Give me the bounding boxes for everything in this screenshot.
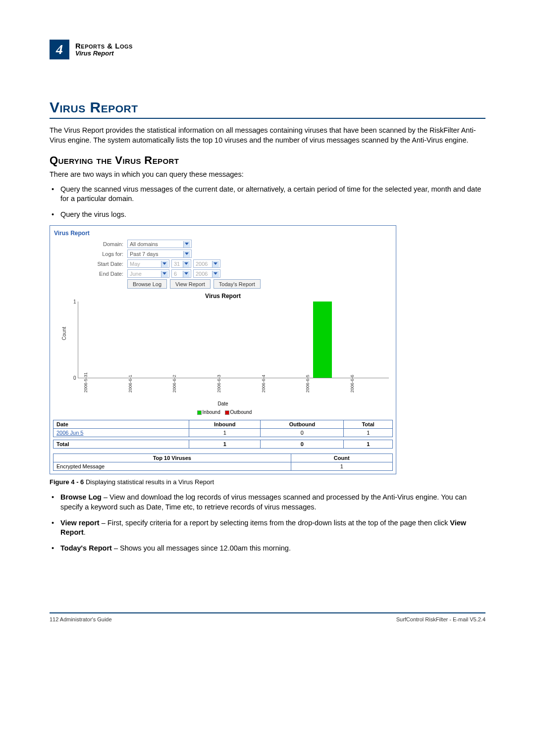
view-report-desc-1: – First, specify criteria for a report b… [100,519,450,527]
bar-inbound [313,302,332,378]
top-viruses-table: Top 10 Viruses Count Encrypted Message 1 [53,454,393,471]
todays-report-button[interactable]: Today's Report [214,279,261,289]
logs-label: Logs for: [53,251,127,257]
legend-inbound: Inbound [203,409,220,415]
bar-col [129,302,160,378]
query-ways-list: Query the scanned virus messages of the … [50,185,485,220]
bar-col [174,302,205,378]
virus-report-panel: Virus Report Domain: All domains Logs fo… [50,225,396,474]
start-year-select[interactable]: 2006 [193,259,220,268]
list-item: Query the virus logs. [60,210,485,220]
browse-log-desc: – View and download the log records of v… [60,493,467,511]
bar-col [218,302,249,378]
x-tick: 2006-6-5 [305,388,327,393]
chevron-down-icon [184,262,188,265]
list-item: Query the scanned virus messages of the … [60,185,485,204]
end-date-label: End Date: [53,271,127,277]
x-tick-labels: 2006-5-31 2006-6-1 2006-6-2 2006-6-3 200… [53,378,393,401]
foot-out: 0 [261,440,344,449]
todays-report-term: Today's Report [60,544,112,552]
footer-left: 112 Administrator's Guide [50,616,112,622]
foot-total: 1 [344,440,393,449]
bar-col [307,302,338,378]
chart-plot: 1 0 [78,302,389,378]
x-tick: 2006-6-6 [350,388,372,393]
col-count: Count [291,454,393,462]
chevron-down-icon [185,252,189,255]
start-day-select[interactable]: 31 [171,259,191,268]
sub-intro: There are two ways in which you can quer… [50,170,485,180]
domain-value: All domains [130,241,158,247]
table-row: Total 1 0 1 [54,440,393,449]
legend-outbound: Outbound [230,409,252,415]
cell-out: 0 [261,429,344,437]
foot-in: 1 [189,440,261,449]
intro-paragraph: The Virus Report provides the statistica… [50,126,485,145]
col-date: Date [54,420,189,429]
bar-col [351,302,382,378]
bar-col [85,302,116,378]
panel-title: Virus Report [53,229,393,240]
logs-row: Logs for: Past 7 days [53,250,393,258]
chart-area: Count 1 0 [53,302,393,378]
chevron-down-icon [162,272,166,275]
list-item: Browse Log – View and download the log r… [60,493,485,512]
cell-date: 2006 Jun 5 [54,429,189,437]
start-month-select[interactable]: May [127,259,169,268]
chart-title: Virus Report [53,293,393,300]
chevron-down-icon [184,272,188,275]
end-month-value: June [130,271,142,277]
x-tick: 2006-6-1 [128,388,150,393]
domain-select[interactable]: All domains [127,240,192,248]
y-axis-label: Count [61,327,67,340]
col-outbound: Outbound [261,420,344,429]
foot-label: Total [54,440,189,449]
legend-swatch-inbound [197,410,202,415]
date-link[interactable]: 2006 Jun 5 [56,430,83,436]
x-tick: 2006-6-3 [216,388,238,393]
cell-virus-count: 1 [291,462,393,471]
figure-caption-num: Figure 4 - 6 [50,478,84,486]
chart-legend: Inbound Outbound [53,409,393,415]
legend-swatch-outbound [225,410,229,415]
subsection-title: Querying the Virus Report [50,154,485,167]
table-row: Top 10 Viruses Count [54,454,393,462]
actions-list: Browse Log – View and download the log r… [50,493,485,553]
chapter-number-badge: 4 [50,40,69,59]
chapter-titles: Reports & Logs Virus Report [75,42,133,57]
view-report-desc-2: . [84,528,86,536]
y-tick-1: 1 [73,299,76,304]
col-total: Total [344,420,393,429]
bar-col [263,302,294,378]
footer-rule [50,612,485,613]
y-tick-0: 0 [73,375,76,381]
cell-virus-name: Encrypted Message [54,462,291,471]
view-report-term: View report [60,519,100,527]
chart-bars [78,302,389,378]
start-month-value: May [130,261,140,267]
end-day-select[interactable]: 6 [171,269,191,278]
domain-row: Domain: All domains [53,240,393,248]
start-year-value: 2006 [196,261,208,267]
table-row: Date Inbound Outbound Total [54,420,393,429]
end-day-value: 6 [174,271,177,277]
browse-log-button[interactable]: Browse Log [127,279,167,289]
x-tick: 2006-6-2 [172,388,194,393]
chevron-down-icon [162,262,166,265]
view-report-button[interactable]: View Report [170,279,211,289]
col-inbound: Inbound [189,420,261,429]
table-row: 2006 Jun 5 1 0 1 [54,429,393,437]
footer: 112 Administrator's Guide SurfControl Ri… [50,616,485,622]
x-tick: 2006-6-4 [261,388,283,393]
cell-in: 1 [189,429,261,437]
domain-label: Domain: [53,241,127,247]
end-year-select[interactable]: 2006 [193,269,220,278]
chevron-down-icon [214,272,217,275]
logs-for-select[interactable]: Past 7 days [127,250,192,258]
end-date-row: End Date: June 6 2006 [53,269,393,278]
end-month-select[interactable]: June [127,269,169,278]
summary-table: Date Inbound Outbound Total 2006 Jun 5 1… [53,420,393,449]
figure-caption: Figure 4 - 6 Displaying statistical resu… [50,478,485,486]
x-axis-label: Date [53,401,393,406]
section-title: Virus Report [50,99,485,119]
